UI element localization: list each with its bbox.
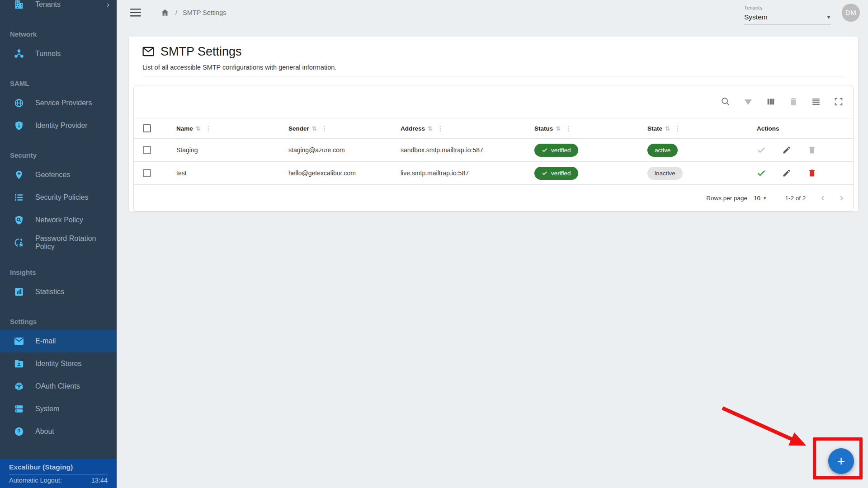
state-badge: inactive <box>647 167 683 180</box>
avatar[interactable]: DM <box>842 4 860 22</box>
column-menu-icon[interactable]: ⋮ <box>321 125 328 132</box>
sidebar-item-geofences[interactable]: Geofences <box>0 164 117 186</box>
sidebar-section-settings: Settings <box>0 317 117 326</box>
row-checkbox[interactable] <box>143 169 151 177</box>
column-menu-icon[interactable]: ⋮ <box>205 125 212 132</box>
sidebar-item-label: OAuth Clients <box>35 382 80 390</box>
cell-name: test <box>163 169 275 177</box>
cell-address: sandbox.smtp.mailtrap.io:587 <box>387 146 516 154</box>
sidebar-item-about[interactable]: ? About <box>0 420 117 443</box>
density-icon[interactable] <box>811 96 821 107</box>
activate-icon[interactable] <box>756 145 767 155</box>
bar-chart-icon <box>14 286 24 297</box>
sidebar-item-network-policy[interactable]: Network Policy <box>0 209 117 231</box>
rotate-lock-icon <box>14 237 24 248</box>
state-label: active <box>655 147 670 154</box>
column-label: Address <box>401 125 425 132</box>
auto-logout-timer: 13:44 <box>91 477 108 484</box>
sidebar-item-tunnels[interactable]: Tunnels <box>0 42 117 65</box>
column-header-name[interactable]: Name ⇅ ⋮ <box>163 125 275 132</box>
sidebar-item-security-policies[interactable]: Security Policies <box>0 186 117 209</box>
sidebar-item-label: Tenants <box>35 0 61 9</box>
next-page-button[interactable]: › <box>840 193 843 203</box>
sidebar-item-system[interactable]: System <box>0 398 117 420</box>
sidebar-item-label: Identity Stores <box>35 360 81 368</box>
select-all-checkbox[interactable] <box>143 124 151 132</box>
sort-icon[interactable]: ⇅ <box>556 125 561 132</box>
dropdown-caret-icon: ▾ <box>764 195 766 201</box>
sidebar-item-label: Geofences <box>35 171 70 179</box>
footer-divider <box>9 474 108 474</box>
sidebar-item-email[interactable]: E-mail <box>0 330 117 352</box>
dropdown-caret-icon: ▾ <box>827 14 830 20</box>
card-divider <box>142 76 844 76</box>
column-header-state[interactable]: State ⇅ ⋮ <box>632 125 743 132</box>
columns-icon[interactable] <box>765 96 776 107</box>
status-badge: verified <box>534 167 578 180</box>
row-checkbox[interactable] <box>143 146 151 154</box>
hamburger-menu-icon[interactable] <box>130 9 142 17</box>
avatar-initials: DM <box>845 9 856 16</box>
delete-selected-icon[interactable] <box>788 96 799 107</box>
column-menu-icon[interactable]: ⋮ <box>675 125 681 132</box>
mail-title-icon <box>142 47 154 56</box>
cube-icon <box>14 381 24 392</box>
delete-icon[interactable] <box>807 145 817 155</box>
table-pagination: Rows per page 10 ▾ 1-2 of 2 ‹ › <box>134 185 853 211</box>
sidebar-item-oauth-clients[interactable]: OAuth Clients <box>0 375 117 398</box>
breadcrumb-page: SMTP Settings <box>183 9 226 16</box>
column-menu-icon[interactable]: ⋮ <box>565 125 571 132</box>
column-menu-icon[interactable]: ⋮ <box>437 125 443 132</box>
page-title: SMTP Settings <box>160 45 242 59</box>
sidebar-item-identity-stores[interactable]: Identity Stores <box>0 352 117 375</box>
chevron-right-icon: › <box>107 0 109 9</box>
cell-name: Staging <box>163 146 275 154</box>
column-header-sender[interactable]: Sender ⇅ ⋮ <box>275 125 387 132</box>
sidebar-item-tenants[interactable]: Tenants › <box>0 0 117 16</box>
sidebar-item-service-providers[interactable]: Service Providers <box>0 92 117 114</box>
column-label: Status <box>534 125 553 132</box>
sidebar-item-password-rotation-policy[interactable]: Password Rotation Policy <box>0 231 117 254</box>
shield-info-icon <box>14 120 24 131</box>
cell-address: live.smtp.mailtrap.io:587 <box>387 169 516 177</box>
add-smtp-fab[interactable]: + <box>828 448 854 474</box>
sidebar-item-label: System <box>35 405 59 413</box>
column-label: Sender <box>288 125 309 132</box>
edit-icon[interactable] <box>781 145 792 155</box>
column-header-address[interactable]: Address ⇅ ⋮ <box>387 125 516 132</box>
sidebar-item-label: Tunnels <box>35 50 61 58</box>
filter-icon[interactable] <box>743 96 754 107</box>
shield-search-icon <box>14 215 24 225</box>
delete-icon[interactable] <box>807 168 817 178</box>
rows-per-page-select[interactable]: 10 ▾ <box>754 195 766 202</box>
tenant-select-label: Tenants <box>744 5 762 10</box>
tenant-selected-value: System <box>744 13 768 21</box>
sort-icon[interactable]: ⇅ <box>312 125 317 132</box>
sort-icon[interactable]: ⇅ <box>196 125 201 132</box>
sort-icon[interactable]: ⇅ <box>665 125 670 132</box>
sidebar-item-label: Service Providers <box>35 99 92 107</box>
activate-icon[interactable] <box>756 168 767 178</box>
tenant-select[interactable]: Tenants System ▾ <box>744 3 831 24</box>
home-icon[interactable] <box>160 8 170 18</box>
rows-per-page-label: Rows per page <box>706 195 747 202</box>
table-row: Staging staging@azure.com sandbox.smtp.m… <box>134 139 853 162</box>
sidebar-item-identity-provider[interactable]: Identity Provider <box>0 114 117 137</box>
column-header-status[interactable]: Status ⇅ ⋮ <box>516 125 632 132</box>
svg-text:?: ? <box>17 428 20 435</box>
fullscreen-icon[interactable] <box>833 96 844 107</box>
sidebar-item-statistics[interactable]: Statistics <box>0 281 117 303</box>
search-icon[interactable] <box>720 96 731 107</box>
sidebar-item-label: Identity Provider <box>35 122 88 130</box>
sidebar-item-label: Statistics <box>35 288 64 296</box>
previous-page-button[interactable]: ‹ <box>821 193 824 203</box>
sidebar-section-security: Security <box>0 151 117 160</box>
table-row: test hello@getexcalibur.com live.smtp.ma… <box>134 162 853 185</box>
state-badge: active <box>647 144 678 157</box>
cell-sender: staging@azure.com <box>275 146 387 154</box>
table-header-row: Name ⇅ ⋮ Sender ⇅ ⋮ Address ⇅ ⋮ <box>134 118 853 139</box>
edit-icon[interactable] <box>781 168 792 178</box>
sort-icon[interactable]: ⇅ <box>428 125 433 132</box>
smtp-table: Name ⇅ ⋮ Sender ⇅ ⋮ Address ⇅ ⋮ <box>133 85 854 211</box>
sidebar-section-saml: SAML <box>0 79 117 88</box>
